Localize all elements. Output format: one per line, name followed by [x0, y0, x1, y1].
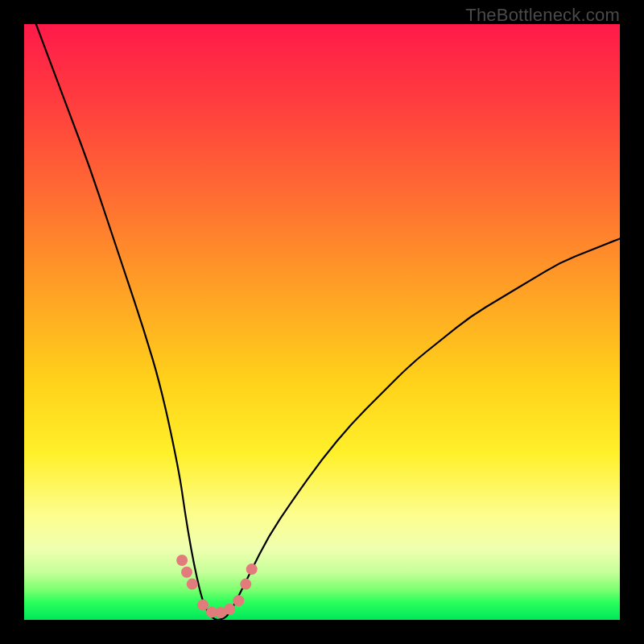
bottleneck-curve [36, 24, 620, 620]
marker-point [176, 555, 188, 566]
marker-point [224, 604, 235, 615]
marker-point [240, 579, 251, 590]
marker-point [187, 579, 198, 590]
marker-point [181, 567, 192, 578]
marker-point [246, 564, 258, 575]
highlight-markers [176, 555, 258, 618]
marker-point [233, 595, 244, 606]
watermark-text: TheBottleneck.com [465, 5, 620, 26]
curve-svg [24, 24, 620, 620]
marker-point [197, 600, 208, 611]
plot-area [24, 24, 620, 620]
chart-frame: TheBottleneck.com [0, 0, 644, 644]
